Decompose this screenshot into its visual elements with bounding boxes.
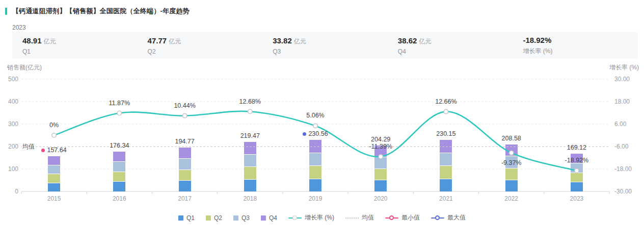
summary-label: 增长率 (%) <box>523 47 638 56</box>
bar-2019[interactable] <box>309 140 321 191</box>
bar-segment-q3 <box>244 155 256 167</box>
bar-2016[interactable] <box>113 152 125 191</box>
bar-segment-q1 <box>179 181 191 191</box>
bar-segment-q3 <box>179 159 191 170</box>
legend-item-q1[interactable]: Q1 <box>178 214 195 222</box>
bar-segment-q3 <box>309 153 321 166</box>
legend-label: Q1 <box>186 214 195 222</box>
summary-unit: 亿元 <box>294 38 306 45</box>
legend-label: Q3 <box>242 214 250 222</box>
summary-unit: 亿元 <box>419 38 431 45</box>
summary-value: 38.62 <box>398 36 417 45</box>
growth-rate-legend-marker-icon <box>288 215 302 220</box>
legend-item-q2[interactable]: Q2 <box>206 214 222 222</box>
summary-value: 33.82 <box>273 36 292 45</box>
page-title: 【钙通道阻滞剂】【销售额】全国医院（全终端）-年度趋势 <box>12 7 190 16</box>
bar-segment-q3 <box>113 162 125 172</box>
bar-2015[interactable] <box>48 156 60 191</box>
summary-q1: 48.91亿元Q1 <box>12 36 138 55</box>
summary-value: 48.91 <box>22 36 42 45</box>
bar-segment-q1 <box>113 182 125 191</box>
bar-segment-q2 <box>244 167 256 179</box>
summary-label: Q1 <box>22 48 138 55</box>
legend-label: Q4 <box>269 214 277 222</box>
bar-segment-q1 <box>374 180 387 191</box>
summary-value: 47.77 <box>148 36 167 45</box>
legend-item-max[interactable]: 最大值 <box>431 213 466 222</box>
bar-segment-q4 <box>505 144 518 156</box>
legend-item-mean[interactable]: 均值 <box>345 213 374 222</box>
bar-2021[interactable] <box>440 140 452 191</box>
summary-label: Q3 <box>273 48 388 55</box>
bar-segment-q2 <box>374 169 387 180</box>
bar-segment-q1 <box>440 179 452 192</box>
bar-segment-q1 <box>244 180 256 192</box>
summary-q2: 47.77亿元Q2 <box>138 36 263 55</box>
bar-2020[interactable] <box>374 146 387 191</box>
q4-legend-marker-icon <box>261 215 266 221</box>
legend-label: 增长率 (%) <box>305 213 334 222</box>
legend-label: 均值 <box>362 213 374 222</box>
summary-unit: 亿元 <box>169 38 181 45</box>
summary-q4: 38.62亿元Q4 <box>388 36 513 55</box>
bar-segment-q1 <box>505 180 518 191</box>
bar-segment-q4 <box>440 140 452 153</box>
bar-2017[interactable] <box>179 148 191 191</box>
mean-legend-marker-icon <box>345 217 359 219</box>
bar-segment-q4 <box>113 152 125 161</box>
bar-segment-q3 <box>48 165 60 174</box>
bar-segment-q4 <box>571 154 583 163</box>
bar-segment-q2 <box>113 172 125 182</box>
summary-label: Q4 <box>398 48 513 55</box>
bar-segment-q1 <box>309 179 321 192</box>
legend-label: 最大值 <box>447 213 466 222</box>
summary-growth-rate: -18.92%增长率 (%) <box>513 36 638 56</box>
bar-segment-q2 <box>179 170 191 181</box>
bar-segment-q2 <box>571 173 583 182</box>
bar-segment-q3 <box>440 153 452 166</box>
chart-legend: Q1Q2Q3Q4增长率 (%)均值最小值最大值 <box>0 213 644 222</box>
chart-title-row: 【钙通道阻滞剂】【销售额】全国医院（全终端）-年度趋势 <box>5 7 190 16</box>
annual-trend-chart: 销售额(亿元) 增长率 (%) 500400300200100030.0018.… <box>0 61 644 242</box>
bar-2022[interactable] <box>505 144 518 191</box>
q2-legend-marker-icon <box>206 215 211 221</box>
legend-label: Q2 <box>214 214 222 222</box>
bar-segment-q1 <box>48 183 60 192</box>
bar-segment-q3 <box>505 156 518 167</box>
title-accent-bar-icon <box>5 8 7 15</box>
bar-segment-q2 <box>309 166 321 179</box>
bar-2023[interactable] <box>571 154 583 191</box>
q1-legend-marker-icon <box>178 215 183 221</box>
q3-legend-marker-icon <box>233 215 238 221</box>
bar-segment-q4 <box>48 156 60 165</box>
summary-unit: 亿元 <box>44 38 56 45</box>
summary-q3: 33.82亿元Q3 <box>262 36 388 55</box>
legend-item-min[interactable]: 最小值 <box>385 213 420 222</box>
bar-2018[interactable] <box>244 142 256 191</box>
min-legend-marker-icon <box>385 215 398 220</box>
legend-item-growth-rate[interactable]: 增长率 (%) <box>288 213 334 222</box>
dashboard-page: 【钙通道阻滞剂】【销售额】全国医院（全终端）-年度趋势 2023 48.91亿元… <box>0 0 644 242</box>
bar-segment-q2 <box>505 168 518 180</box>
max-legend-marker-icon <box>431 215 444 220</box>
legend-item-q4[interactable]: Q4 <box>261 214 277 222</box>
bar-segment-q4 <box>374 146 387 157</box>
bar-segment-q4 <box>244 142 256 154</box>
summary-value: -18.92% <box>523 36 551 44</box>
bar-segment-q2 <box>440 166 452 179</box>
period-label: 2023 <box>12 24 26 31</box>
legend-item-q3[interactable]: Q3 <box>233 214 250 222</box>
bar-segment-q3 <box>374 157 387 168</box>
bar-segment-q1 <box>571 182 583 191</box>
summary-card: 48.91亿元Q147.77亿元Q233.82亿元Q338.62亿元Q4-18.… <box>12 32 638 59</box>
bar-segment-q4 <box>179 148 191 158</box>
legend-label: 最小值 <box>401 213 420 222</box>
bar-segment-q2 <box>48 174 60 183</box>
bar-segment-q3 <box>571 163 583 173</box>
bar-segment-q4 <box>309 140 321 153</box>
summary-label: Q2 <box>148 48 263 55</box>
